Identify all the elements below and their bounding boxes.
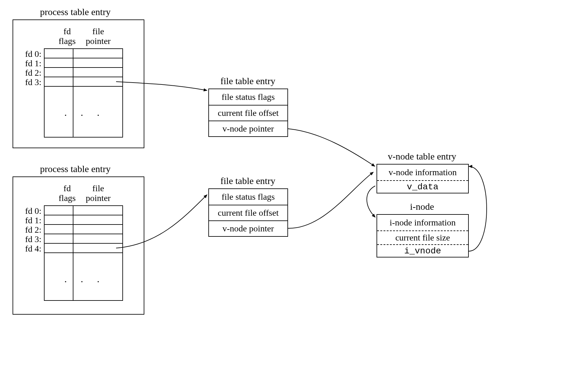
proc2-title: process table entry [25,163,126,175]
vnode-title: v-node table entry [373,151,471,162]
proc2-fd2-label: fd 2: [19,225,41,235]
inode-title: i-node [377,201,468,212]
proc2-fd-row-3 [45,234,122,244]
file-table1: file status flags current file offset v-… [208,89,288,137]
proc2-fd-row-4 [45,244,122,253]
proc1-fd-row-3 [45,77,122,87]
proc2-fd-row-1 [45,215,122,225]
proc1-fd2-label: fd 2: [19,68,41,78]
file-table1-vnode-ptr: v-node pointer [209,121,287,136]
proc2-col-flags: fd flags [56,184,78,203]
arrow-ivnode-to-vnode [469,166,487,251]
proc1-fd-row-2 [45,68,122,77]
proc1-fd-row-0 [45,49,122,58]
file-table2-title: file table entry [207,175,289,187]
inode-info: i-node information [377,215,468,230]
proc2-ellipsis: . . . [56,273,113,285]
proc2-fd4-label: fd 4: [19,244,41,254]
proc2-fd-table [44,205,123,301]
vnode-table: v-node information v_data [377,164,469,193]
proc2-fd-row-0 [45,206,122,215]
vnode-info: v-node information [377,165,468,180]
proc2-fd0-label: fd 0: [19,206,41,216]
vnode-vdata: v_data [377,180,468,193]
inode-size: current file size [377,230,468,244]
arrow-filetable1-to-vnode [288,129,375,166]
arrow-filetable2-to-vnode [288,172,373,228]
proc1-ellipsis: . . . [56,107,113,118]
proc1-fd3-label: fd 3: [19,77,41,87]
proc2-fd3-label: fd 3: [19,234,41,244]
proc1-title: process table entry [25,6,126,18]
inode-table: i-node information current file size i_v… [377,214,469,257]
proc1-col-pointer: file pointer [81,27,115,46]
file-table2-offset: current file offset [209,205,287,220]
arrow-vdata-to-inode [367,186,375,217]
proc2-fd-row-2 [45,225,122,234]
file-table1-title: file table entry [207,75,289,87]
inode-ivnode: i_vnode [377,244,468,257]
file-table1-status: file status flags [209,89,287,105]
file-table1-offset: current file offset [209,105,287,121]
file-table2-status: file status flags [209,189,287,205]
file-table2: file status flags current file offset v-… [208,188,288,237]
proc1-fd-row-1 [45,58,122,68]
proc2-col-pointer: file pointer [81,184,115,203]
proc1-fd-table [44,48,123,138]
proc1-col-flags: fd flags [56,27,78,46]
proc1-fd0-label: fd 0: [19,49,41,59]
proc2-fd1-label: fd 1: [19,215,41,225]
file-table2-vnode-ptr: v-node pointer [209,220,287,236]
proc1-fd1-label: fd 1: [19,58,41,68]
